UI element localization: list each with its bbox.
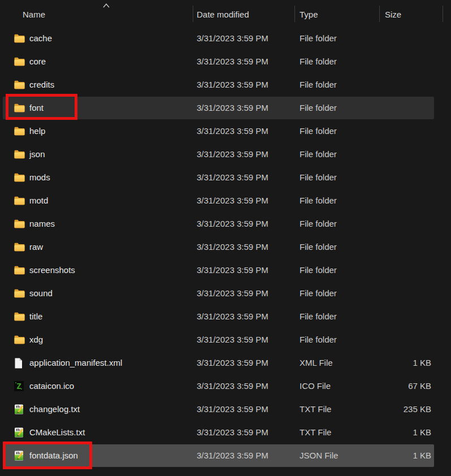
document-icon [14,352,23,374]
file-size [370,282,431,305]
column-header-bar: Name Date modified Type Size [0,0,451,27]
column-divider[interactable] [294,6,295,22]
text-editor-icon [14,398,24,421]
file-date-modified: 3/31/2023 3:59 PM [197,259,268,282]
column-divider[interactable] [443,6,443,22]
file-date-modified: 3/31/2023 3:59 PM [197,120,268,142]
file-size: 1 KB [370,421,431,444]
file-row-font[interactable]: font3/31/2023 3:59 PMFile folder [0,97,451,120]
file-row-screenshots[interactable]: screenshots3/31/2023 3:59 PMFile folder [0,259,451,282]
file-name[interactable]: application_manifest.xml [29,352,122,374]
file-size: 67 KB [370,375,431,397]
file-date-modified: 3/31/2023 3:59 PM [197,213,268,235]
file-date-modified: 3/31/2023 3:59 PM [197,166,268,189]
file-date-modified: 3/31/2023 3:59 PM [197,97,268,119]
file-type: File folder [300,282,337,305]
file-name[interactable]: json [29,143,45,166]
file-name[interactable]: motd [29,189,48,212]
folder-icon [14,50,25,73]
file-size: 1 KB [370,444,431,467]
file-row-help[interactable]: help3/31/2023 3:59 PMFile folder [0,120,451,143]
file-name[interactable]: core [29,50,46,73]
file-row-cache[interactable]: cache3/31/2023 3:59 PMFile folder [0,27,451,50]
file-date-modified: 3/31/2023 3:59 PM [197,143,268,166]
file-size [370,328,431,351]
file-date-modified: 3/31/2023 3:59 PM [197,282,268,305]
file-name[interactable]: font [29,97,44,119]
folder-icon [14,213,25,235]
file-name[interactable]: help [29,120,45,142]
chevron-up-icon[interactable] [102,3,110,8]
file-name[interactable]: CMakeLists.txt [29,421,85,444]
column-header-type[interactable]: Type [300,0,318,27]
file-row-CMakeLists.txt[interactable]: CMakeLists.txt3/31/2023 3:59 PMTXT File1… [0,421,451,444]
column-header-size[interactable]: Size [385,0,401,27]
file-row-xdg[interactable]: xdg3/31/2023 3:59 PMFile folder [0,328,451,352]
file-name[interactable]: fontdata.json [29,444,78,467]
folder-icon [14,189,25,212]
folder-icon [14,328,25,351]
file-type: File folder [300,27,337,50]
folder-icon [14,73,25,96]
file-row-raw[interactable]: raw3/31/2023 3:59 PMFile folder [0,236,451,259]
file-list: cache3/31/2023 3:59 PMFile foldercore3/3… [0,27,451,468]
file-type: File folder [300,143,337,166]
cataclysm-z-icon: Z [14,375,24,397]
file-size [370,120,431,142]
file-row-application_manifest.xml[interactable]: application_manifest.xml3/31/2023 3:59 P… [0,352,451,375]
file-name[interactable]: xdg [29,328,43,351]
file-name[interactable]: sound [29,282,53,305]
file-name[interactable]: credits [29,73,54,96]
file-size [370,305,431,328]
folder-icon [14,282,25,305]
svg-text:Z: Z [16,382,21,391]
file-type: JSON File [300,444,338,467]
file-size [370,213,431,235]
file-date-modified: 3/31/2023 3:59 PM [197,375,268,397]
file-date-modified: 3/31/2023 3:59 PM [197,236,268,258]
file-explorer-list-view: Name Date modified Type Size cache3/31/2… [0,0,451,476]
column-header-name[interactable]: Name [23,0,45,27]
file-row-core[interactable]: core3/31/2023 3:59 PMFile folder [0,50,451,73]
file-row-title[interactable]: title3/31/2023 3:59 PMFile folder [0,305,451,328]
file-date-modified: 3/31/2023 3:59 PM [197,328,268,351]
file-row-cataicon.ico[interactable]: Zcataicon.ico3/31/2023 3:59 PMICO File67… [0,375,451,398]
file-date-modified: 3/31/2023 3:59 PM [197,27,268,50]
folder-icon [14,143,25,166]
file-name[interactable]: raw [29,236,43,258]
file-row-names[interactable]: names3/31/2023 3:59 PMFile folder [0,213,451,236]
file-size: 235 KB [370,398,431,421]
file-type: File folder [300,305,337,328]
file-size [370,236,431,258]
file-size [370,189,431,212]
file-name[interactable]: changelog.txt [29,398,80,421]
file-row-credits[interactable]: credits3/31/2023 3:59 PMFile folder [0,73,451,97]
folder-icon [14,236,25,258]
file-row-fontdata.json[interactable]: fontdata.json3/31/2023 3:59 PMJSON File1… [0,444,451,468]
file-name[interactable]: cataicon.ico [29,375,74,397]
file-date-modified: 3/31/2023 3:59 PM [197,352,268,374]
file-name[interactable]: names [29,213,55,235]
folder-icon [14,259,25,282]
file-name[interactable]: screenshots [29,259,75,282]
file-row-motd[interactable]: motd3/31/2023 3:59 PMFile folder [0,189,451,213]
file-row-sound[interactable]: sound3/31/2023 3:59 PMFile folder [0,282,451,305]
file-name[interactable]: cache [29,27,52,50]
file-type: File folder [300,97,337,119]
file-type: TXT File [300,421,331,444]
file-row-json[interactable]: json3/31/2023 3:59 PMFile folder [0,143,451,166]
file-name[interactable]: mods [29,166,50,189]
file-date-modified: 3/31/2023 3:59 PM [197,73,268,96]
folder-icon [14,166,25,189]
file-name[interactable]: title [29,305,42,328]
column-divider[interactable] [193,6,193,22]
column-divider[interactable] [379,6,380,22]
file-row-mods[interactable]: mods3/31/2023 3:59 PMFile folder [0,166,451,189]
folder-icon [14,305,25,328]
file-type: File folder [300,259,337,282]
file-type: ICO File [300,375,331,397]
folder-icon [14,27,25,50]
column-header-date-modified[interactable]: Date modified [197,0,249,27]
file-row-changelog.txt[interactable]: changelog.txt3/31/2023 3:59 PMTXT File23… [0,398,451,421]
file-size [370,73,431,96]
